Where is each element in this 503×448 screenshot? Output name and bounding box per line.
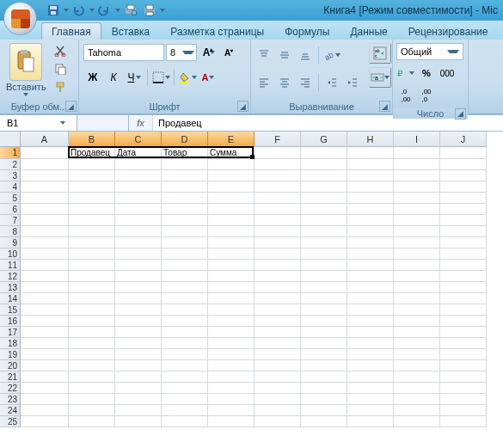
cell[interactable] [301, 147, 347, 159]
cell[interactable] [69, 383, 115, 394]
cell[interactable] [394, 249, 440, 260]
cell[interactable] [69, 260, 115, 271]
cell[interactable] [69, 249, 115, 260]
cell[interactable] [394, 360, 440, 371]
cell[interactable] [21, 371, 69, 383]
cell[interactable] [69, 394, 115, 405]
column-header[interactable]: F [255, 132, 301, 147]
align-center-icon[interactable] [275, 73, 294, 92]
cell[interactable] [347, 193, 394, 204]
row-header[interactable]: 4 [0, 181, 21, 193]
cell[interactable] [347, 237, 394, 249]
cell[interactable] [347, 260, 394, 271]
number-format-dropdown[interactable] [396, 43, 463, 60]
cell[interactable] [440, 338, 487, 349]
font-size-dropdown[interactable] [166, 44, 197, 61]
row-header[interactable]: 16 [0, 316, 21, 327]
cell[interactable] [208, 416, 255, 427]
cell[interactable] [21, 360, 69, 371]
cell[interactable] [394, 170, 440, 181]
cell[interactable] [21, 170, 69, 181]
column-header[interactable]: I [394, 132, 440, 147]
cell[interactable] [21, 260, 69, 271]
decrease-indent-icon[interactable] [322, 73, 341, 92]
cell[interactable] [162, 360, 208, 371]
save-icon[interactable] [45, 3, 62, 18]
cell[interactable] [115, 193, 162, 204]
paste-label[interactable]: Вставить [6, 82, 46, 92]
fx-icon[interactable]: fx [129, 115, 153, 131]
cell[interactable] [162, 383, 208, 394]
cell[interactable] [394, 159, 440, 170]
cell[interactable] [69, 405, 115, 416]
cell[interactable] [69, 237, 115, 249]
cell[interactable] [347, 215, 394, 226]
cell[interactable] [347, 293, 394, 304]
cell[interactable] [21, 215, 69, 226]
cell[interactable] [347, 327, 394, 338]
cell[interactable] [255, 159, 301, 170]
cell[interactable] [301, 394, 347, 405]
cell[interactable] [440, 383, 487, 394]
cell[interactable] [347, 394, 394, 405]
cell[interactable] [115, 371, 162, 383]
cell[interactable] [162, 304, 208, 316]
cell[interactable] [208, 394, 255, 405]
cell[interactable] [21, 349, 69, 360]
column-header[interactable]: B [69, 132, 115, 147]
cell[interactable] [255, 226, 301, 237]
cell[interactable] [115, 349, 162, 360]
cell[interactable] [255, 416, 301, 427]
cell[interactable]: Продавец [69, 147, 115, 159]
row-header[interactable]: 8 [0, 226, 21, 237]
font-size-input[interactable] [167, 47, 182, 58]
row-header[interactable]: 23 [0, 394, 21, 405]
chevron-down-icon[interactable] [115, 9, 120, 12]
cell[interactable] [394, 193, 440, 204]
cell[interactable]: Дата [115, 147, 162, 159]
cell[interactable] [440, 204, 487, 215]
row-header[interactable]: 14 [0, 293, 21, 304]
accounting-format-icon[interactable]: ₽ [396, 64, 415, 83]
cell[interactable] [347, 159, 394, 170]
cell[interactable] [208, 371, 255, 383]
cell[interactable] [162, 405, 208, 416]
cell[interactable] [394, 316, 440, 327]
cell[interactable] [69, 181, 115, 193]
print-preview-icon[interactable] [122, 3, 139, 18]
comma-style-icon[interactable]: 000 [438, 64, 457, 83]
cell[interactable] [208, 226, 255, 237]
dialog-launcher-icon[interactable]: ◢ [65, 101, 77, 112]
cell[interactable] [255, 293, 301, 304]
cell[interactable] [208, 282, 255, 293]
cell[interactable] [301, 304, 347, 316]
cell[interactable] [115, 316, 162, 327]
cell[interactable] [255, 193, 301, 204]
cell[interactable] [347, 181, 394, 193]
cell[interactable] [21, 282, 69, 293]
cell[interactable] [162, 327, 208, 338]
cell[interactable] [115, 170, 162, 181]
cell[interactable] [115, 360, 162, 371]
cell[interactable] [301, 338, 347, 349]
increase-indent-icon[interactable] [343, 73, 362, 92]
cell[interactable] [208, 304, 255, 316]
cell[interactable] [208, 181, 255, 193]
redo-icon[interactable] [96, 3, 113, 18]
borders-button[interactable] [151, 68, 170, 87]
cell[interactable] [162, 226, 208, 237]
cell[interactable] [440, 416, 487, 427]
row-header[interactable]: 12 [0, 271, 21, 282]
cell[interactable] [69, 159, 115, 170]
cell[interactable] [394, 293, 440, 304]
cell[interactable] [21, 271, 69, 282]
row-header[interactable]: 20 [0, 360, 21, 371]
cell[interactable] [162, 371, 208, 383]
cell[interactable] [208, 193, 255, 204]
cell[interactable] [21, 327, 69, 338]
chevron-down-icon[interactable] [60, 121, 65, 125]
cell[interactable] [208, 360, 255, 371]
cell[interactable] [347, 271, 394, 282]
cell[interactable] [255, 237, 301, 249]
cell[interactable] [208, 237, 255, 249]
